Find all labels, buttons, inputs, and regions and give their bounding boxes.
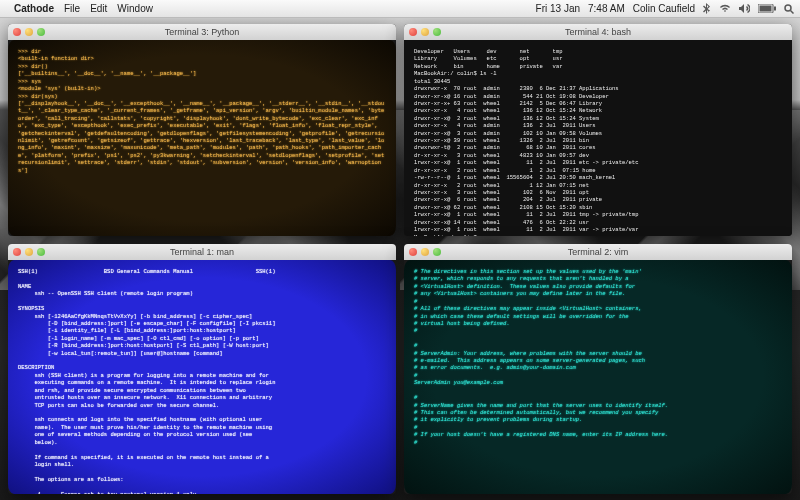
spotlight-icon[interactable] (784, 4, 794, 14)
terminal-content[interactable]: SSH(1) BSD General Commands Manual SSH(1… (8, 260, 396, 494)
titlebar[interactable]: Terminal 2: vim (404, 244, 792, 260)
terminal-content[interactable]: Developer Users dev net tmp Library Volu… (404, 40, 792, 236)
terminal-content[interactable]: >>> dir <built-in function dir> >>> dir(… (8, 40, 396, 236)
wifi-icon[interactable] (719, 4, 731, 13)
battery-icon[interactable] (758, 4, 776, 13)
svg-line-4 (791, 10, 794, 13)
svg-rect-2 (774, 7, 776, 11)
app-menu[interactable]: Cathode (14, 3, 54, 14)
window-terminal-vim[interactable]: Terminal 2: vim # The directives in this… (404, 244, 792, 494)
bluetooth-icon[interactable] (703, 3, 711, 14)
window-title: Terminal 4: bash (404, 27, 792, 37)
titlebar[interactable]: Terminal 4: bash (404, 24, 792, 40)
window-terminal-man[interactable]: Terminal 1: man SSH(1) BSD General Comma… (8, 244, 396, 494)
menubar: Cathode File Edit Window Fri 13 Jan 7:48… (0, 0, 800, 18)
menubar-date[interactable]: Fri 13 Jan (536, 3, 580, 14)
terminal-content[interactable]: # The directives in this section set up … (404, 260, 792, 494)
titlebar[interactable]: Terminal 3: Python (8, 24, 396, 40)
window-title: Terminal 2: vim (404, 247, 792, 257)
menu-window[interactable]: Window (117, 3, 153, 14)
menubar-time[interactable]: 7:48 AM (588, 3, 625, 14)
menubar-user[interactable]: Colin Caufield (633, 3, 695, 14)
window-title: Terminal 3: Python (8, 27, 396, 37)
menu-file[interactable]: File (64, 3, 80, 14)
svg-rect-1 (760, 6, 772, 12)
volume-icon[interactable] (739, 4, 750, 13)
window-terminal-python[interactable]: Terminal 3: Python >>> dir <built-in fun… (8, 24, 396, 236)
titlebar[interactable]: Terminal 1: man (8, 244, 396, 260)
menu-edit[interactable]: Edit (90, 3, 107, 14)
window-title: Terminal 1: man (8, 247, 396, 257)
window-terminal-bash[interactable]: Terminal 4: bash Developer Users dev net… (404, 24, 792, 236)
svg-point-3 (785, 5, 791, 11)
